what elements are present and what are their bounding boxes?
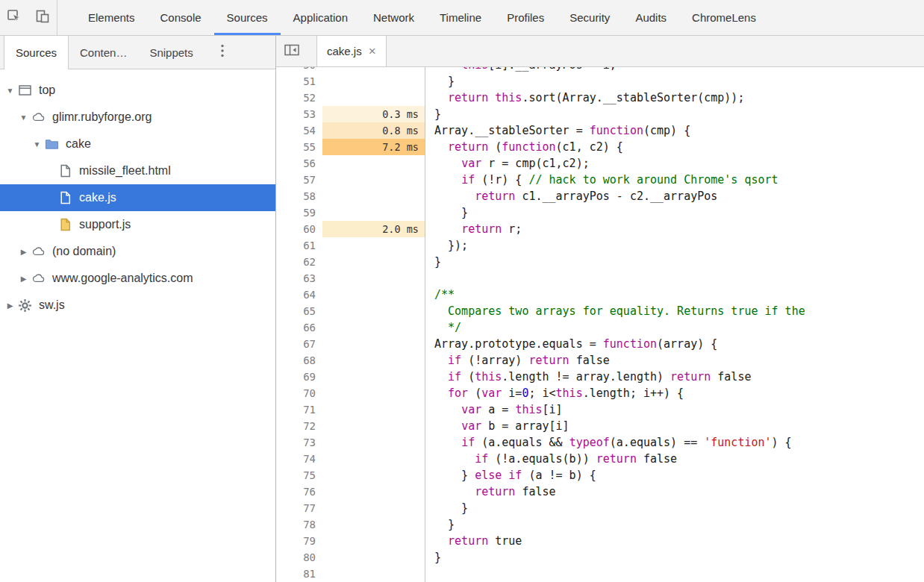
tab-sources[interactable]: Sources <box>214 0 281 35</box>
code-text[interactable]: }); <box>425 237 924 254</box>
line-number[interactable]: 63 <box>276 270 322 287</box>
tree-item-cake[interactable]: ▼cake <box>0 131 275 157</box>
line-number[interactable]: 52 <box>276 90 322 106</box>
more-tabs-button[interactable] <box>210 36 234 69</box>
tree-item-top[interactable]: ▼top <box>0 77 275 104</box>
tab-console[interactable]: Console <box>148 0 214 35</box>
code-text[interactable]: } <box>425 516 924 533</box>
code-text[interactable]: return false <box>425 484 924 500</box>
disclosure-triangle-icon[interactable]: ▼ <box>4 87 16 95</box>
tab-timeline[interactable]: Timeline <box>427 0 494 35</box>
tree-item-sw-js[interactable]: ▶sw.js <box>0 292 275 319</box>
code-line: 51 } <box>276 73 924 90</box>
navigator-tab-conten[interactable]: Conten… <box>69 36 138 69</box>
tree-item-support-js[interactable]: support.js <box>0 211 275 238</box>
line-number[interactable]: 50 <box>276 67 322 73</box>
tree-item-no-domain[interactable]: ▶(no domain) <box>0 238 275 265</box>
code-text[interactable]: return c1.__arrayPos - c2.__arrayPos <box>425 188 924 204</box>
line-number[interactable]: 56 <box>276 155 322 172</box>
disclosure-triangle-icon[interactable]: ▼ <box>31 140 43 148</box>
code-text[interactable]: return r; <box>425 221 924 237</box>
line-number[interactable]: 78 <box>276 516 322 533</box>
tab-profiles[interactable]: Profiles <box>494 0 557 35</box>
code-text[interactable]: } <box>425 500 924 516</box>
device-toolbar-button[interactable] <box>28 0 57 35</box>
code-text[interactable] <box>425 270 924 287</box>
disclosure-triangle-icon[interactable]: ▼ <box>18 113 29 122</box>
tab-application[interactable]: Application <box>281 0 360 35</box>
line-number[interactable]: 73 <box>276 434 322 451</box>
code-text[interactable]: return true <box>425 533 924 549</box>
line-number[interactable]: 76 <box>276 484 322 500</box>
code-text[interactable]: } <box>425 549 924 566</box>
tab-security[interactable]: Security <box>557 0 622 35</box>
tree-item-www-google-analytics-com[interactable]: ▶www.google-analytics.com <box>0 265 275 292</box>
line-number[interactable]: 54 <box>276 122 322 139</box>
code-text[interactable]: if (!a.equals(b)) return false <box>425 451 924 467</box>
tab-elements[interactable]: Elements <box>75 0 148 35</box>
code-text[interactable]: /** <box>425 287 924 303</box>
disclosure-triangle-icon[interactable]: ▶ <box>18 275 29 283</box>
navigator-tab-snippets[interactable]: Snippets <box>138 36 204 69</box>
line-number[interactable]: 77 <box>276 500 322 516</box>
line-number[interactable]: 75 <box>276 467 322 484</box>
line-number[interactable]: 67 <box>276 336 322 352</box>
tree-item-missile-fleet-html[interactable]: missile_fleet.html <box>0 157 275 184</box>
line-number[interactable]: 72 <box>276 418 322 434</box>
disclosure-triangle-icon[interactable]: ▶ <box>18 248 29 256</box>
line-number[interactable]: 55 <box>276 139 322 155</box>
line-number[interactable]: 65 <box>276 303 322 319</box>
code-text[interactable]: Array.prototype.equals = function(array)… <box>425 336 924 352</box>
code-text[interactable]: } <box>425 254 924 270</box>
line-number[interactable]: 66 <box>276 319 322 336</box>
line-number[interactable]: 74 <box>276 451 322 467</box>
code-text[interactable]: return (function(c1, c2) { <box>425 139 924 155</box>
line-number[interactable]: 69 <box>276 369 322 385</box>
inspect-element-button[interactable] <box>0 0 28 35</box>
line-number[interactable]: 79 <box>276 533 322 549</box>
line-number[interactable]: 64 <box>276 287 322 303</box>
code-text[interactable]: this[i].__arrayPos = i; <box>425 67 924 73</box>
line-number[interactable]: 51 <box>276 73 322 90</box>
line-number[interactable]: 62 <box>276 254 322 270</box>
code-text[interactable]: } <box>425 106 924 122</box>
line-number[interactable]: 71 <box>276 401 322 418</box>
line-number[interactable]: 58 <box>276 188 322 204</box>
code-text[interactable]: } <box>425 204 924 221</box>
code-text[interactable]: if (!array) return false <box>425 352 924 369</box>
code-text[interactable]: } <box>425 73 924 90</box>
code-text[interactable]: var b = array[i] <box>425 418 924 434</box>
editor-tab-cake-js[interactable]: cake.js × <box>316 36 387 66</box>
line-number[interactable]: 81 <box>276 566 322 582</box>
code-text[interactable]: return this.sort(Array.__stableSorter(cm… <box>425 90 924 106</box>
line-number[interactable]: 61 <box>276 237 322 254</box>
line-number[interactable]: 70 <box>276 385 322 401</box>
code-text[interactable]: */ <box>425 319 924 336</box>
tab-chromelens[interactable]: ChromeLens <box>679 0 769 35</box>
code-text[interactable]: if (a.equals && typeof(a.equals) == 'fun… <box>425 434 924 451</box>
close-tab-icon[interactable]: × <box>369 45 376 57</box>
tree-item-glimr-rubyforge-org[interactable]: ▼glimr.rubyforge.org <box>0 104 275 131</box>
line-number[interactable]: 80 <box>276 549 322 566</box>
code-text[interactable]: var r = cmp(c1,c2); <box>425 155 924 172</box>
line-number[interactable]: 60 <box>276 221 322 237</box>
tree-item-cake-js[interactable]: cake.js <box>0 184 275 211</box>
code-text[interactable] <box>425 566 924 582</box>
navigator-tab-sources[interactable]: Sources <box>4 36 69 69</box>
code-text[interactable]: Array.__stableSorter = function(cmp) { <box>425 122 924 139</box>
line-number[interactable]: 53 <box>276 106 322 122</box>
code-text[interactable]: if (this.length != array.length) return … <box>425 369 924 385</box>
code-text[interactable]: if (!r) { // hack to work around Chrome'… <box>425 172 924 188</box>
code-text[interactable]: for (var i=0; i<this.length; i++) { <box>425 385 924 401</box>
code-text[interactable]: Compares two arrays for equality. Return… <box>425 303 924 319</box>
code-text[interactable]: } else if (a != b) { <box>425 467 924 484</box>
line-number[interactable]: 68 <box>276 352 322 369</box>
collapse-navigator-button[interactable] <box>276 36 308 66</box>
line-number[interactable]: 57 <box>276 172 322 188</box>
line-number[interactable]: 59 <box>276 204 322 221</box>
disclosure-triangle-icon[interactable]: ▶ <box>4 301 16 310</box>
tab-audits[interactable]: Audits <box>622 0 679 35</box>
code-editor[interactable]: 50 this[i].__arrayPos = i;51 }52 return … <box>276 67 924 582</box>
code-text[interactable]: var a = this[i] <box>425 401 924 418</box>
tab-network[interactable]: Network <box>360 0 427 35</box>
